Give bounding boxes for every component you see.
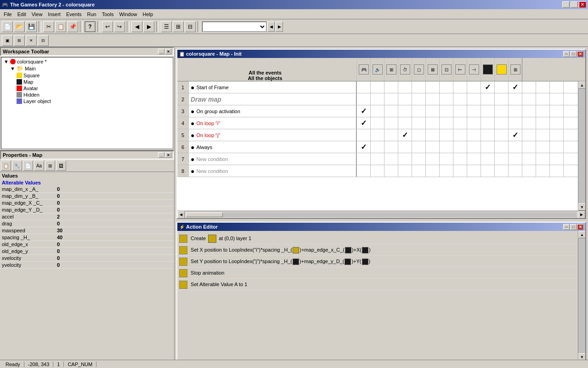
event-cell-7-5[interactable] — [425, 165, 439, 177]
event-cell-4-15[interactable] — [563, 129, 577, 141]
event-cell-4-3[interactable]: ✓ — [398, 129, 412, 141]
event-cell-1-3[interactable] — [398, 93, 412, 105]
event-cell-5-2[interactable] — [384, 141, 398, 153]
event-row-1[interactable]: 2Draw map — [177, 93, 578, 105]
new-button[interactable]: 📄 — [2, 21, 13, 32]
action-editor-maximize-btn[interactable]: □ — [570, 224, 577, 230]
event-cell-6-5[interactable] — [425, 153, 439, 165]
event-cell-2-14[interactable] — [549, 105, 563, 117]
event-cell-7-2[interactable] — [384, 165, 398, 177]
event-icon-11[interactable] — [494, 58, 508, 81]
event-cell-1-15[interactable] — [563, 93, 577, 105]
event-cell-6-8[interactable] — [467, 153, 481, 165]
event-icon-10[interactable] — [481, 58, 494, 81]
detail-view-button[interactable]: ⊞ — [173, 21, 184, 32]
menu-tools[interactable]: Tools — [99, 11, 117, 18]
tree-item-avatar[interactable]: Avatar — [2, 85, 172, 92]
event-cell-2-7[interactable] — [453, 105, 467, 117]
menu-help[interactable]: Help — [140, 11, 156, 18]
event-cell-2-10[interactable] — [494, 105, 508, 117]
tree-item-map[interactable]: Map — [2, 79, 172, 85]
tree-item-colorsquare[interactable]: ▼ colorsquare * — [2, 58, 172, 65]
tree-item-layer[interactable]: Layer object — [2, 98, 172, 104]
list-view-button[interactable]: ☰ — [161, 21, 172, 32]
event-cell-5-9[interactable] — [481, 141, 494, 153]
event-cell-5-13[interactable] — [536, 141, 549, 153]
event-cell-0-8[interactable] — [467, 81, 481, 93]
event-cell-5-1[interactable] — [370, 141, 384, 153]
menu-window[interactable]: Window — [116, 11, 140, 18]
workspace-minimize-btn[interactable]: _ — [158, 49, 164, 54]
event-cell-0-1[interactable] — [370, 81, 384, 93]
event-cell-3-5[interactable] — [425, 117, 439, 129]
help-button[interactable]: ? — [85, 21, 96, 32]
event-cell-6-9[interactable] — [481, 153, 494, 165]
event-cell-2-0[interactable]: ✓ — [356, 105, 370, 117]
open-button[interactable]: 📂 — [14, 21, 25, 32]
grid-view-button[interactable]: ⊟ — [185, 21, 196, 32]
event-cell-0-3[interactable] — [398, 81, 412, 93]
event-cell-3-0[interactable]: ✓ — [356, 117, 370, 129]
event-cell-4-14[interactable] — [549, 129, 563, 141]
event-cell-6-6[interactable] — [439, 153, 453, 165]
event-cell-2-13[interactable] — [536, 105, 549, 117]
event-cell-6-0[interactable] — [356, 153, 370, 165]
event-cell-5-11[interactable] — [508, 141, 522, 153]
event-cell-6-15[interactable] — [563, 153, 577, 165]
action-row-4[interactable]: Set Alterable Value A to 1 — [179, 279, 576, 290]
event-cell-1-11[interactable] — [508, 93, 522, 105]
action-row-3[interactable]: Stop animation — [179, 267, 576, 279]
combo-fwd-arrow[interactable]: ▶ — [276, 22, 283, 32]
event-cell-2-8[interactable] — [467, 105, 481, 117]
event-cell-5-4[interactable] — [412, 141, 425, 153]
event-cell-3-10[interactable] — [494, 117, 508, 129]
event-cell-5-10[interactable] — [494, 141, 508, 153]
event-cell-3-7[interactable] — [453, 117, 467, 129]
event-cell-2-3[interactable] — [398, 105, 412, 117]
event-cell-4-11[interactable]: ✓ — [508, 129, 522, 141]
event-cell-2-6[interactable] — [439, 105, 453, 117]
event-cell-3-9[interactable] — [481, 117, 494, 129]
event-cell-1-6[interactable] — [439, 93, 453, 105]
event-icon-8[interactable]: ⊢ — [453, 58, 467, 81]
event-icon-1[interactable]: 🎮 — [356, 58, 370, 81]
event-row-3[interactable]: 4● On loop "i"✓ — [177, 117, 578, 129]
event-cell-6-1[interactable] — [370, 153, 384, 165]
tb2-btn1[interactable]: ▣ — [2, 35, 13, 46]
props-close-btn[interactable]: ✕ — [165, 152, 171, 158]
close-button[interactable]: ✕ — [579, 1, 586, 8]
tree-item-main[interactable]: ▼ 📁 Main — [2, 65, 172, 72]
event-cell-3-2[interactable] — [384, 117, 398, 129]
event-cell-6-3[interactable] — [398, 153, 412, 165]
menu-file[interactable]: File — [1, 11, 15, 18]
action-editor-close-btn[interactable]: ✕ — [577, 224, 583, 230]
event-cell-5-6[interactable] — [439, 141, 453, 153]
combo-back-arrow[interactable]: ◀ — [267, 22, 275, 32]
maximize-button[interactable]: □ — [571, 1, 578, 8]
action-vscroll-up[interactable]: ▲ — [578, 231, 585, 238]
menu-view[interactable]: View — [29, 11, 45, 18]
event-icon-9[interactable]: ⊣ — [467, 58, 481, 81]
event-icon-6[interactable]: ⊠ — [425, 58, 439, 81]
copy-button[interactable]: 📋 — [55, 21, 66, 32]
event-cell-4-10[interactable] — [494, 129, 508, 141]
event-cell-3-4[interactable] — [412, 117, 425, 129]
event-cell-1-5[interactable] — [425, 93, 439, 105]
event-cell-7-1[interactable] — [370, 165, 384, 177]
event-cell-4-2[interactable] — [384, 129, 398, 141]
event-cell-0-4[interactable] — [412, 81, 425, 93]
event-icon-12[interactable]: ⊞ — [508, 58, 522, 81]
event-cell-6-2[interactable] — [384, 153, 398, 165]
event-row-2[interactable]: 3● On group activation✓ — [177, 105, 578, 117]
event-cell-6-10[interactable] — [494, 153, 508, 165]
event-cell-7-14[interactable] — [549, 165, 563, 177]
event-editor-maximize-btn[interactable]: □ — [570, 51, 577, 57]
menu-events[interactable]: Events — [63, 11, 85, 18]
event-cell-6-7[interactable] — [453, 153, 467, 165]
event-cell-0-12[interactable] — [522, 81, 536, 93]
event-cell-4-1[interactable] — [370, 129, 384, 141]
event-cell-3-1[interactable] — [370, 117, 384, 129]
event-row-0[interactable]: 1● Start of Frame✓✓ — [177, 81, 578, 93]
event-editor-close-btn[interactable]: ✕ — [577, 51, 583, 57]
event-cell-0-15[interactable] — [563, 81, 577, 93]
